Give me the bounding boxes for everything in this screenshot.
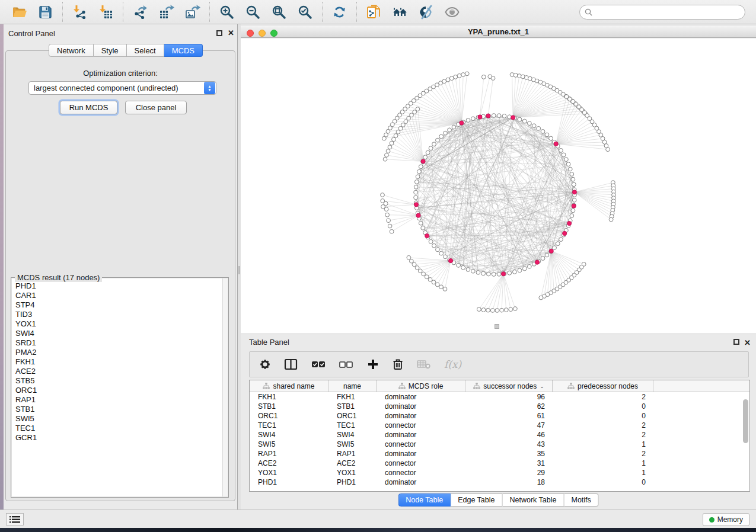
table-panel: Table Panel ✕ f(x) shared namenameMCDS r… xyxy=(241,335,756,509)
mcds-result-item[interactable]: STB1 xyxy=(15,405,228,414)
tab-network-table[interactable]: Network Table xyxy=(503,493,564,507)
export-table-icon[interactable] xyxy=(158,4,174,20)
close-traffic-light[interactable] xyxy=(247,30,254,37)
mcds-list-scrollbar[interactable] xyxy=(222,278,228,496)
mcds-result-item[interactable]: SWI5 xyxy=(15,414,228,424)
mcds-result-item[interactable]: GCR1 xyxy=(15,433,228,443)
table-row[interactable]: YOX1YOX1connector291 xyxy=(250,468,749,477)
import-table-icon[interactable] xyxy=(98,4,114,20)
export-image-icon[interactable] xyxy=(184,4,200,20)
cell-mcds_role: dominator xyxy=(377,478,465,486)
zoom-traffic-light[interactable] xyxy=(270,30,277,37)
table-close-icon[interactable]: ✕ xyxy=(744,340,751,346)
table-row[interactable]: ACE2ACE2connector311 xyxy=(250,459,749,468)
zoom-fit-icon[interactable] xyxy=(271,4,287,20)
mcds-result-item[interactable]: PHD1 xyxy=(15,281,228,291)
tab-mcds[interactable]: MCDS xyxy=(164,44,203,57)
tab-node-table[interactable]: Node Table xyxy=(398,493,451,507)
table-row[interactable]: STB1STB1dominator620 xyxy=(250,402,749,411)
cell-mcds_role: connector xyxy=(377,440,465,448)
mcds-result-item[interactable]: STB5 xyxy=(15,376,228,386)
mcds-result-item[interactable]: YOX1 xyxy=(15,319,228,329)
zoom-selected-icon[interactable] xyxy=(297,4,313,20)
cell-name: SWI4 xyxy=(328,431,377,439)
table-row[interactable]: SWI5SWI5connector431 xyxy=(250,440,749,449)
column-header-name[interactable]: name xyxy=(328,380,377,392)
table-row[interactable]: ORC1ORC1dominator610 xyxy=(250,411,749,421)
table-row[interactable]: FKH1FKH1dominator962 xyxy=(250,392,749,402)
select-all-icon[interactable] xyxy=(311,358,326,371)
mcds-result-list[interactable]: PHD1CAR1STP4TID3YOX1SWI4SRD1PMA2FKH1ACE2… xyxy=(12,278,228,496)
export-network-icon[interactable] xyxy=(132,4,148,20)
horizontal-splitter-grip[interactable] xyxy=(495,324,499,329)
tab-edge-table[interactable]: Edge Table xyxy=(451,493,502,507)
close-panel-button[interactable]: Close panel xyxy=(125,101,187,114)
mcds-result-item[interactable]: SWI4 xyxy=(15,329,228,338)
show-eye-icon[interactable] xyxy=(444,4,460,20)
minimize-traffic-light[interactable] xyxy=(259,30,266,37)
search-input[interactable] xyxy=(595,8,740,16)
table-panel-tabs: Node TableEdge TableNetwork TableMotifs xyxy=(398,493,599,507)
cell-predecessor_nodes: 2 xyxy=(553,393,653,401)
run-mcds-button[interactable]: Run MCDS xyxy=(60,101,117,114)
hide-selected-icon[interactable] xyxy=(418,4,434,20)
network-canvas[interactable] xyxy=(241,39,756,333)
houses-icon[interactable] xyxy=(392,4,408,20)
column-header-shared-name[interactable]: shared name xyxy=(250,380,328,392)
mcds-result-item[interactable]: CAR1 xyxy=(15,291,228,300)
search-box[interactable] xyxy=(579,5,745,20)
network-file-icon[interactable] xyxy=(366,4,382,20)
table-row[interactable]: SWI4SWI4dominator462 xyxy=(250,430,749,440)
table-float-icon[interactable] xyxy=(733,339,739,345)
mcds-result-item[interactable]: ACE2 xyxy=(15,367,228,376)
import-network-icon[interactable] xyxy=(72,4,88,20)
mcds-result-item[interactable]: STP4 xyxy=(15,300,228,310)
close-panel-icon[interactable]: ✕ xyxy=(228,30,234,36)
cell-predecessor_nodes: 0 xyxy=(553,478,653,486)
tab-motifs[interactable]: Motifs xyxy=(564,493,598,507)
save-session-icon[interactable] xyxy=(37,4,53,20)
column-header-predecessor-nodes[interactable]: predecessor nodes xyxy=(553,380,653,392)
unselect-all-icon[interactable] xyxy=(339,358,354,371)
cell-mcds_role: dominator xyxy=(377,393,465,401)
table-row[interactable]: RAP1RAP1dominator352 xyxy=(250,449,749,459)
memory-button[interactable]: Memory xyxy=(703,513,749,526)
float-window-icon[interactable] xyxy=(216,30,222,36)
tab-style[interactable]: Style xyxy=(94,44,127,57)
mcds-result-item[interactable]: TID3 xyxy=(15,310,228,319)
network-window-title: YPA_prune.txt_1 xyxy=(468,27,529,36)
table-row[interactable]: TEC1TEC1connector472 xyxy=(250,421,749,430)
delete-column-icon[interactable] xyxy=(392,358,404,371)
mcds-result-item[interactable]: RAP1 xyxy=(15,395,228,405)
mcds-result-box: MCDS result (17 nodes) PHD1CAR1STP4TID3Y… xyxy=(11,277,229,498)
task-history-button[interactable] xyxy=(6,513,24,525)
open-file-icon[interactable] xyxy=(11,4,27,20)
refresh-icon[interactable] xyxy=(331,4,347,20)
column-header-successor-nodes[interactable]: successor nodes ⌄ xyxy=(465,380,553,392)
cell-shared_name: FKH1 xyxy=(250,393,328,401)
node-table-body: FKH1FKH1dominator962STB1STB1dominator620… xyxy=(250,392,749,487)
mcds-result-item[interactable]: SRD1 xyxy=(15,338,228,348)
delete-table-icon[interactable] xyxy=(416,358,432,371)
zoom-out-icon[interactable] xyxy=(245,4,261,20)
mcds-result-item[interactable]: TEC1 xyxy=(15,424,228,433)
mcds-result-item[interactable]: FKH1 xyxy=(15,357,228,367)
network-window-titlebar[interactable]: YPA_prune.txt_1 xyxy=(241,26,756,38)
mcds-result-item[interactable]: PMA2 xyxy=(15,348,228,357)
table-row[interactable]: PHD1PHD1dominator180 xyxy=(250,477,749,487)
column-header-MCDS-role[interactable]: MCDS role xyxy=(377,380,465,392)
cell-successor_nodes: 46 xyxy=(465,431,553,439)
show-columns-icon[interactable] xyxy=(284,358,298,371)
tab-select[interactable]: Select xyxy=(127,44,164,57)
optimization-criterion-label: Optimization criterion: xyxy=(6,69,235,78)
table-scrollbar[interactable] xyxy=(743,399,748,443)
zoom-in-icon[interactable] xyxy=(219,4,235,20)
tab-network[interactable]: Network xyxy=(49,44,94,57)
mcds-result-item[interactable]: ORC1 xyxy=(15,386,228,395)
function-builder-icon[interactable]: f(x) xyxy=(444,358,461,370)
table-panel-title: Table Panel xyxy=(249,338,289,347)
table-settings-gear-icon[interactable] xyxy=(259,358,272,371)
add-column-icon[interactable] xyxy=(366,358,379,371)
cell-shared_name: TEC1 xyxy=(250,421,328,430)
optimization-criterion-select[interactable]: largest connected component (undirected)… xyxy=(28,81,216,95)
